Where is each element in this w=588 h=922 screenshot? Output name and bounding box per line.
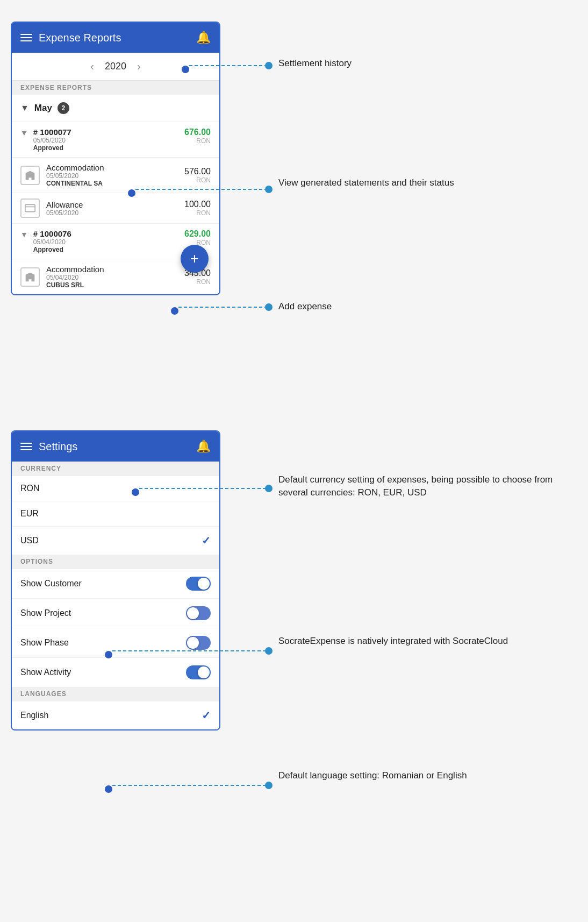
phone-dot-1 — [182, 66, 189, 73]
svg-point-13 — [265, 782, 273, 789]
usd-checkmark: ✓ — [202, 534, 211, 547]
expense-currency-2: RON — [173, 209, 211, 217]
english-label: English — [20, 711, 48, 720]
svg-point-3 — [265, 62, 273, 69]
phone-dot-2 — [128, 189, 135, 197]
app-title-1: Expense Reports — [39, 32, 121, 44]
expense-date-1: 05/05/2020 — [46, 172, 167, 180]
report-number-2: # 1000076 — [33, 229, 168, 238]
expense-amount-2: 100.00 — [184, 200, 211, 209]
svg-point-7 — [265, 303, 273, 311]
expense-line-2[interactable]: Allowance 05/05/2020 100.00 RON — [12, 193, 219, 223]
expense-name-3: Accommodation — [46, 265, 167, 274]
settings-annotation-text-1: Default currency setting of expenses, be… — [278, 474, 553, 498]
report-amount-1: 676.00 — [184, 127, 211, 137]
annotation-text-1: Settlement history — [278, 57, 352, 70]
expense-currency-1: RON — [173, 176, 211, 184]
annotation-3: Add expense — [278, 300, 332, 313]
phone-dot-s1 — [132, 488, 139, 496]
svg-point-11 — [265, 647, 273, 655]
settings-annotation-3: Default language setting: Romanian or En… — [278, 769, 467, 782]
report-item-1[interactable]: ▼ # 1000077 05/05/2020 Approved 676.00 R… — [12, 122, 219, 157]
expense-date-3: 05/04/2020 — [46, 274, 167, 281]
expense-name-2: Allowance — [46, 200, 167, 209]
prev-year-button[interactable]: ‹ — [90, 60, 94, 73]
report-date-1: 05/05/2020 — [33, 137, 168, 144]
year-label: 2020 — [105, 61, 126, 72]
ron-label: RON — [20, 484, 40, 493]
currency-label: CURRENCY — [12, 462, 219, 476]
options-label: OPTIONS — [12, 555, 219, 569]
show-project-toggle[interactable] — [186, 606, 211, 620]
report-status-1: Approved — [33, 144, 168, 152]
settings-annotation-2: SocrateExpense is natively integrated wi… — [278, 635, 508, 648]
month-name: May — [34, 103, 52, 114]
svg-point-5 — [265, 186, 273, 193]
settings-annotation-1: Default currency setting of expenses, be… — [278, 473, 577, 499]
show-activity-toggle[interactable] — [186, 665, 211, 679]
add-expense-fab[interactable]: + — [181, 245, 209, 273]
report-amount-2: 629.00 — [184, 229, 211, 238]
option-show-customer[interactable]: Show Customer — [12, 569, 219, 598]
annotation-text-2: View generated statements and their stat… — [278, 176, 454, 189]
fab-plus-icon: + — [190, 251, 199, 266]
expense-date-2: 05/05/2020 — [46, 209, 167, 217]
show-activity-label: Show Activity — [20, 668, 71, 677]
month-row[interactable]: ▼ May 2 — [12, 95, 219, 122]
report-chevron-2: ▼ — [20, 229, 28, 239]
show-project-label: Show Project — [20, 608, 71, 618]
annotation-1: Settlement history — [278, 57, 352, 70]
phone-dot-s2 — [105, 651, 112, 658]
report-currency-1: RON — [173, 137, 211, 145]
eur-label: EUR — [20, 509, 39, 519]
expense-vendor-1: CONTINENTAL SA — [46, 180, 167, 187]
annotation-2: View generated statements and their stat… — [278, 176, 454, 189]
settings-annotation-text-2: SocrateExpense is natively integrated wi… — [278, 636, 508, 646]
language-english[interactable]: English ✓ — [12, 701, 219, 729]
svg-point-9 — [265, 485, 273, 492]
show-customer-toggle[interactable] — [186, 577, 211, 591]
accommodation-icon-1 — [20, 166, 40, 185]
allowance-icon — [20, 198, 40, 218]
report-number-1: # 1000077 — [33, 127, 168, 137]
report-chevron-1: ▼ — [20, 127, 28, 137]
english-checkmark: ✓ — [202, 709, 211, 722]
expense-reports-label: EXPENSE REPORTS — [12, 81, 219, 95]
bell-icon-2[interactable]: 🔔 — [196, 439, 211, 453]
show-phase-label: Show Phase — [20, 638, 69, 648]
svg-rect-0 — [25, 204, 35, 211]
app-header-2: Settings 🔔 — [12, 431, 219, 462]
annotation-text-3: Add expense — [278, 300, 332, 313]
next-year-button[interactable]: › — [137, 60, 141, 73]
month-chevron: ▼ — [20, 103, 29, 113]
show-customer-label: Show Customer — [20, 579, 82, 588]
currency-usd[interactable]: USD ✓ — [12, 526, 219, 555]
app-header-1: Expense Reports 🔔 — [12, 23, 219, 53]
phone-dot-s3 — [105, 785, 112, 793]
hamburger-icon-2[interactable] — [20, 443, 32, 450]
report-date-2: 05/04/2020 — [33, 238, 168, 246]
app-title-2: Settings — [39, 441, 77, 453]
expense-line-1[interactable]: Accommodation 05/05/2020 CONTINENTAL SA … — [12, 157, 219, 193]
expense-currency-3: RON — [173, 278, 211, 286]
month-badge: 2 — [58, 102, 69, 114]
option-show-phase[interactable]: Show Phase — [12, 628, 219, 657]
usd-label: USD — [20, 536, 39, 545]
expense-amount-1: 576.00 — [184, 167, 211, 176]
currency-eur[interactable]: EUR — [12, 501, 219, 526]
currency-ron[interactable]: RON — [12, 476, 219, 501]
option-show-activity[interactable]: Show Activity — [12, 657, 219, 687]
languages-label: LANGUAGES — [12, 687, 219, 701]
phone-dot-3 — [171, 307, 178, 315]
hamburger-icon[interactable] — [20, 34, 32, 41]
expense-name-1: Accommodation — [46, 163, 167, 172]
report-status-2: Approved — [33, 246, 168, 253]
settings-annotation-text-3: Default language setting: Romanian or En… — [278, 770, 467, 781]
show-phase-toggle[interactable] — [186, 636, 211, 650]
option-show-project[interactable]: Show Project — [12, 598, 219, 628]
bell-icon-1[interactable]: 🔔 — [196, 31, 211, 45]
accommodation-icon-2 — [20, 267, 40, 287]
expense-vendor-3: CUBUS SRL — [46, 281, 167, 289]
